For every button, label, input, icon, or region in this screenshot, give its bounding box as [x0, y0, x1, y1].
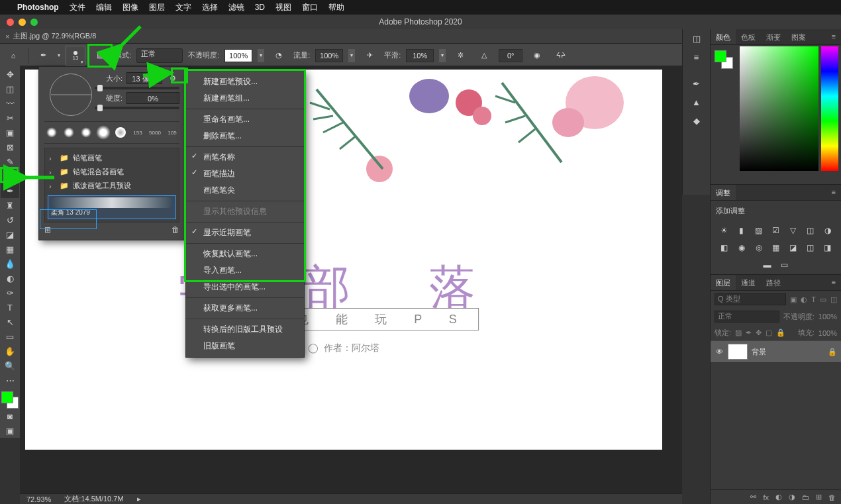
app-name[interactable]: Photoshop	[17, 3, 59, 12]
pen-tool[interactable]: ✑	[1, 285, 19, 300]
bw-icon[interactable]: ◧	[719, 242, 730, 253]
pressure-opacity-icon[interactable]: ◔	[270, 47, 288, 64]
screen-mode-icon[interactable]: ▣	[1, 423, 19, 438]
brush-hardness-slider[interactable]	[95, 107, 179, 109]
filter-smart-icon[interactable]: ◫	[830, 295, 837, 304]
smooth-gear-icon[interactable]: ✲	[451, 47, 470, 64]
recent-brush[interactable]	[96, 125, 111, 140]
lookup-icon[interactable]: ▦	[771, 242, 781, 253]
blend-opacity-value[interactable]: 100%	[818, 313, 837, 321]
menu-edit[interactable]: 编辑	[96, 2, 112, 13]
lock-all-icon[interactable]: 🔒	[776, 328, 785, 337]
panel-icon[interactable]: ✒	[683, 74, 710, 93]
panel-icon[interactable]: ◆	[683, 111, 710, 130]
vibrance-icon[interactable]: ▽	[788, 225, 799, 236]
brush-panel-icon[interactable]: ▨	[91, 47, 109, 64]
airbrush-icon[interactable]: ✈	[360, 47, 379, 64]
fx-icon[interactable]: fx	[763, 493, 769, 501]
smooth-caret-icon[interactable]: ▾	[439, 49, 446, 62]
curves-icon[interactable]: ▨	[754, 225, 764, 236]
panel-menu-icon[interactable]: ≡	[826, 185, 841, 200]
panel-icon[interactable]: ◫	[683, 29, 710, 48]
brush-preset-picker[interactable]: 13 ▾	[66, 46, 85, 66]
levels-icon[interactable]: ▮	[736, 225, 747, 236]
healing-tool[interactable]: ⊕	[1, 169, 19, 183]
lasso-tool[interactable]: 〰	[1, 96, 19, 111]
link-icon[interactable]: ⚯	[750, 493, 756, 501]
context-menu-item[interactable]: 旧版画笔	[186, 338, 304, 354]
symmetry-icon[interactable]: ᔦᔨ	[552, 47, 570, 64]
brush-gear-icon[interactable]: ⚙	[166, 72, 179, 84]
balance-icon[interactable]: ◑	[822, 225, 833, 236]
tab-adjustments[interactable]: 调整	[711, 185, 736, 200]
context-menu-item[interactable]: 重命名画笔...	[186, 111, 304, 128]
context-menu-item[interactable]: 转换后的旧版工具预设	[186, 321, 304, 338]
panel-menu-icon[interactable]: ≡	[826, 29, 841, 44]
blend-mode-select[interactable]: 正常	[136, 48, 183, 63]
brush-angle-widget[interactable]	[50, 74, 92, 116]
hand-tool[interactable]: ✋	[1, 344, 19, 358]
tab-layers[interactable]: 图层	[711, 275, 736, 290]
quick-mask-icon[interactable]: ◙	[1, 409, 19, 423]
recent-brush[interactable]: 105	[165, 125, 179, 140]
lock-pos-icon[interactable]: ✥	[756, 328, 762, 337]
panel-menu-icon[interactable]: ≡	[826, 275, 841, 290]
blur-tool[interactable]: 💧	[1, 256, 19, 271]
mixer-icon[interactable]: ◎	[754, 242, 764, 253]
context-menu-item[interactable]: 显示近期画笔	[186, 225, 304, 241]
recent-brush[interactable]	[44, 125, 59, 140]
status-doc-size[interactable]: 文档:14.5M/10.7M	[64, 494, 123, 504]
context-menu-item[interactable]: 画笔笔尖	[186, 182, 304, 199]
brush-folder[interactable]: ›📁 铅笔混合器画笔	[48, 165, 176, 179]
brush-folder[interactable]: ›📁 溅泼画笔工具预设	[48, 179, 176, 193]
context-menu-item[interactable]: 恢复默认画笔...	[186, 246, 304, 262]
filter-shape-icon[interactable]: ▭	[820, 295, 826, 304]
recent-brush[interactable]	[62, 125, 76, 140]
brush-hardness-value[interactable]: 0%	[126, 92, 179, 104]
selective-icon[interactable]: ▭	[779, 260, 790, 270]
context-menu-item[interactable]: 新建画笔预设...	[186, 74, 304, 90]
menu-select[interactable]: 选择	[202, 2, 218, 13]
tab-patterns[interactable]: 图案	[786, 29, 811, 44]
tab-gradients[interactable]: 渐变	[761, 29, 786, 44]
panel-icon[interactable]: ▲	[683, 93, 710, 111]
brush-tool[interactable]: ✒	[1, 183, 19, 198]
fill-value[interactable]: 100%	[818, 329, 837, 337]
tab-channels[interactable]: 通道	[736, 275, 761, 290]
marquee-tool[interactable]: ◫	[1, 81, 19, 96]
new-brush-icon[interactable]: ⊞	[44, 225, 51, 234]
recent-brush[interactable]	[79, 125, 93, 140]
opacity-caret-icon[interactable]: ▾	[258, 49, 264, 62]
context-menu-item[interactable]: 画笔名称	[186, 149, 304, 166]
lock-art-icon[interactable]: ▢	[766, 328, 772, 337]
context-menu-item[interactable]: 新建画笔组...	[186, 90, 304, 107]
context-menu-item[interactable]: 获取更多画笔...	[186, 300, 304, 317]
exposure-icon[interactable]: ☑	[771, 225, 781, 236]
brightness-icon[interactable]: ☀	[719, 225, 730, 236]
layer-filter[interactable]: Q 类型	[715, 293, 786, 305]
frame-tool[interactable]: ⊠	[1, 140, 19, 154]
recent-brush[interactable]: 5000	[148, 125, 162, 140]
layer-name[interactable]: 背景	[752, 347, 766, 357]
new-layer-icon[interactable]: ⊞	[816, 493, 822, 501]
quick-select-tool[interactable]: ✂	[1, 111, 19, 125]
menu-3d[interactable]: 3D	[255, 3, 265, 12]
recent-brush[interactable]: 153	[130, 125, 145, 140]
trash-icon[interactable]: 🗑	[828, 493, 836, 501]
tab-paths[interactable]: 路径	[761, 275, 786, 290]
move-tool[interactable]: ✥	[1, 67, 19, 81]
group-icon[interactable]: 🗀	[802, 493, 809, 501]
blend-mode[interactable]: 正常	[715, 311, 779, 323]
zoom-tool[interactable]: 🔍	[1, 358, 19, 373]
smooth-input[interactable]	[406, 49, 434, 62]
selected-brush-preset[interactable]: 柔角 13 2079	[48, 195, 176, 219]
tool-more[interactable]: ⋯	[1, 373, 19, 387]
menu-help[interactable]: 帮助	[328, 2, 344, 13]
crop-tool[interactable]: ▣	[1, 125, 19, 140]
angle-icon[interactable]: △	[475, 47, 493, 64]
home-icon[interactable]: ⌂	[4, 47, 23, 64]
filter-img-icon[interactable]: ▣	[790, 295, 797, 304]
angle-input[interactable]	[499, 49, 522, 62]
menu-view[interactable]: 视图	[275, 2, 291, 13]
menu-type[interactable]: 文字	[175, 2, 191, 13]
